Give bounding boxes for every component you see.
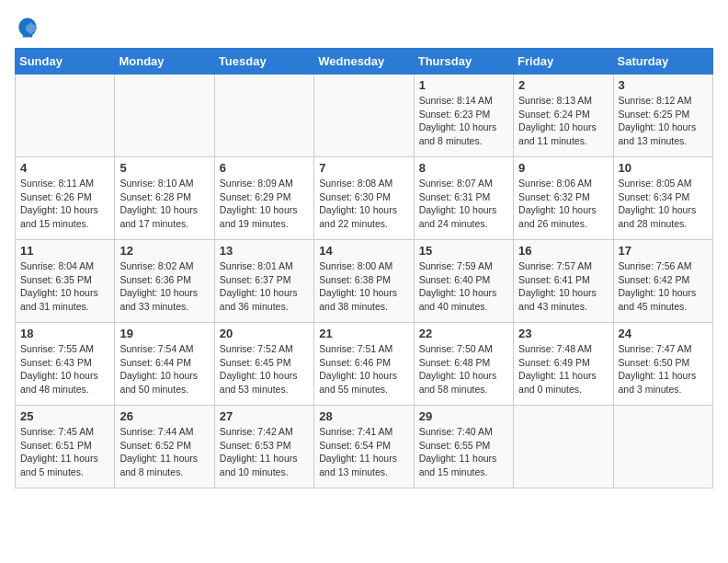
calendar-cell: 11Sunrise: 8:04 AMSunset: 6:35 PMDayligh… xyxy=(16,240,115,323)
day-number: 6 xyxy=(220,161,309,175)
calendar-cell: 28Sunrise: 7:41 AMSunset: 6:54 PMDayligh… xyxy=(314,406,414,488)
week-row-4: 18Sunrise: 7:55 AMSunset: 6:43 PMDayligh… xyxy=(16,323,713,406)
day-info: Sunrise: 8:14 AMSunset: 6:23 PMDaylight:… xyxy=(419,94,508,148)
calendar-cell: 6Sunrise: 8:09 AMSunset: 6:29 PMDaylight… xyxy=(214,157,313,240)
calendar-cell: 23Sunrise: 7:48 AMSunset: 6:49 PMDayligh… xyxy=(514,323,613,406)
day-number: 15 xyxy=(419,244,508,258)
calendar-cell xyxy=(314,75,414,157)
header-day-wednesday: Wednesday xyxy=(314,49,414,75)
day-number: 28 xyxy=(319,409,408,423)
calendar-cell: 19Sunrise: 7:54 AMSunset: 6:44 PMDayligh… xyxy=(115,323,214,406)
day-info: Sunrise: 8:05 AMSunset: 6:34 PMDaylight:… xyxy=(619,177,708,231)
day-info: Sunrise: 7:59 AMSunset: 6:40 PMDaylight:… xyxy=(419,259,508,314)
day-number: 16 xyxy=(518,244,608,258)
calendar-cell: 5Sunrise: 8:10 AMSunset: 6:28 PMDaylight… xyxy=(115,157,214,240)
day-number: 19 xyxy=(119,327,209,340)
header-day-sunday: Sunday xyxy=(16,49,115,75)
calendar-cell: 16Sunrise: 7:57 AMSunset: 6:41 PMDayligh… xyxy=(514,240,613,323)
calendar-cell: 27Sunrise: 7:42 AMSunset: 6:53 PMDayligh… xyxy=(214,406,313,488)
day-number: 13 xyxy=(220,244,309,258)
day-info: Sunrise: 8:10 AMSunset: 6:28 PMDaylight:… xyxy=(119,177,209,231)
header-day-saturday: Saturday xyxy=(613,49,712,75)
calendar-cell: 13Sunrise: 8:01 AMSunset: 6:37 PMDayligh… xyxy=(214,240,313,323)
day-info: Sunrise: 7:55 AMSunset: 6:43 PMDaylight:… xyxy=(20,342,109,396)
day-number: 17 xyxy=(619,244,708,258)
calendar-cell xyxy=(613,406,712,488)
day-info: Sunrise: 8:00 AMSunset: 6:38 PMDaylight:… xyxy=(319,259,408,314)
day-number: 29 xyxy=(419,409,508,423)
day-number: 20 xyxy=(220,327,309,340)
day-info: Sunrise: 7:48 AMSunset: 6:49 PMDaylight:… xyxy=(518,342,608,396)
day-info: Sunrise: 7:45 AMSunset: 6:51 PMDaylight:… xyxy=(20,425,109,479)
day-number: 14 xyxy=(319,244,408,258)
header-day-thursday: Thursday xyxy=(414,49,513,75)
day-info: Sunrise: 8:09 AMSunset: 6:29 PMDaylight:… xyxy=(220,177,309,231)
calendar-cell: 12Sunrise: 8:02 AMSunset: 6:36 PMDayligh… xyxy=(115,240,214,323)
header-day-tuesday: Tuesday xyxy=(214,49,313,75)
day-info: Sunrise: 7:47 AMSunset: 6:50 PMDaylight:… xyxy=(619,342,708,396)
calendar-cell: 8Sunrise: 8:07 AMSunset: 6:31 PMDaylight… xyxy=(414,157,513,240)
day-number: 12 xyxy=(119,244,209,258)
day-info: Sunrise: 7:50 AMSunset: 6:48 PMDaylight:… xyxy=(419,342,508,396)
calendar-cell: 15Sunrise: 7:59 AMSunset: 6:40 PMDayligh… xyxy=(414,240,513,323)
day-info: Sunrise: 7:40 AMSunset: 6:55 PMDaylight:… xyxy=(419,425,508,479)
calendar-table: SundayMondayTuesdayWednesdayThursdayFrid… xyxy=(15,48,713,488)
day-number: 1 xyxy=(419,78,508,92)
calendar-cell: 4Sunrise: 8:11 AMSunset: 6:26 PMDaylight… xyxy=(16,157,115,240)
calendar-cell xyxy=(16,75,115,157)
day-number: 10 xyxy=(619,161,708,175)
calendar-cell xyxy=(514,406,613,488)
day-number: 2 xyxy=(518,78,608,92)
day-info: Sunrise: 7:52 AMSunset: 6:45 PMDaylight:… xyxy=(220,342,309,396)
day-number: 8 xyxy=(419,161,508,175)
day-info: Sunrise: 7:41 AMSunset: 6:54 PMDaylight:… xyxy=(319,425,408,479)
day-number: 24 xyxy=(619,327,708,340)
week-row-3: 11Sunrise: 8:04 AMSunset: 6:35 PMDayligh… xyxy=(16,240,713,323)
calendar-cell: 25Sunrise: 7:45 AMSunset: 6:51 PMDayligh… xyxy=(16,406,115,488)
day-info: Sunrise: 7:42 AMSunset: 6:53 PMDaylight:… xyxy=(220,425,309,479)
day-number: 26 xyxy=(119,409,209,423)
calendar-cell: 24Sunrise: 7:47 AMSunset: 6:50 PMDayligh… xyxy=(613,323,712,406)
day-number: 7 xyxy=(319,161,408,175)
day-number: 3 xyxy=(619,78,708,92)
day-info: Sunrise: 8:08 AMSunset: 6:30 PMDaylight:… xyxy=(319,177,408,231)
day-number: 25 xyxy=(20,409,109,423)
day-number: 23 xyxy=(518,327,608,340)
day-info: Sunrise: 8:11 AMSunset: 6:26 PMDaylight:… xyxy=(20,177,109,231)
header xyxy=(15,15,713,40)
day-info: Sunrise: 7:54 AMSunset: 6:44 PMDaylight:… xyxy=(119,342,209,396)
calendar-cell xyxy=(115,75,214,157)
day-info: Sunrise: 8:01 AMSunset: 6:37 PMDaylight:… xyxy=(220,259,309,314)
calendar-cell: 3Sunrise: 8:12 AMSunset: 6:25 PMDaylight… xyxy=(613,75,712,157)
day-number: 18 xyxy=(20,327,109,340)
day-info: Sunrise: 7:51 AMSunset: 6:46 PMDaylight:… xyxy=(319,342,408,396)
day-info: Sunrise: 8:12 AMSunset: 6:25 PMDaylight:… xyxy=(619,94,708,148)
header-day-monday: Monday xyxy=(115,49,214,75)
calendar-cell xyxy=(214,75,313,157)
day-info: Sunrise: 8:02 AMSunset: 6:36 PMDaylight:… xyxy=(119,259,209,314)
week-row-1: 1Sunrise: 8:14 AMSunset: 6:23 PMDaylight… xyxy=(16,75,713,157)
day-info: Sunrise: 8:04 AMSunset: 6:35 PMDaylight:… xyxy=(20,259,109,314)
day-info: Sunrise: 7:56 AMSunset: 6:42 PMDaylight:… xyxy=(619,259,708,314)
day-number: 11 xyxy=(20,244,109,258)
day-info: Sunrise: 7:44 AMSunset: 6:52 PMDaylight:… xyxy=(119,425,209,479)
calendar-cell: 20Sunrise: 7:52 AMSunset: 6:45 PMDayligh… xyxy=(214,323,313,406)
calendar-cell: 26Sunrise: 7:44 AMSunset: 6:52 PMDayligh… xyxy=(115,406,214,488)
week-row-2: 4Sunrise: 8:11 AMSunset: 6:26 PMDaylight… xyxy=(16,157,713,240)
calendar-cell: 17Sunrise: 7:56 AMSunset: 6:42 PMDayligh… xyxy=(613,240,712,323)
day-number: 4 xyxy=(20,161,109,175)
day-number: 9 xyxy=(518,161,608,175)
day-number: 21 xyxy=(319,327,408,340)
calendar-cell: 10Sunrise: 8:05 AMSunset: 6:34 PMDayligh… xyxy=(613,157,712,240)
calendar-cell: 29Sunrise: 7:40 AMSunset: 6:55 PMDayligh… xyxy=(414,406,513,488)
calendar-cell: 7Sunrise: 8:08 AMSunset: 6:30 PMDaylight… xyxy=(314,157,414,240)
day-info: Sunrise: 8:07 AMSunset: 6:31 PMDaylight:… xyxy=(419,177,508,231)
calendar-cell: 14Sunrise: 8:00 AMSunset: 6:38 PMDayligh… xyxy=(314,240,414,323)
calendar-cell: 21Sunrise: 7:51 AMSunset: 6:46 PMDayligh… xyxy=(314,323,414,406)
calendar-cell: 9Sunrise: 8:06 AMSunset: 6:32 PMDaylight… xyxy=(514,157,613,240)
day-info: Sunrise: 7:57 AMSunset: 6:41 PMDaylight:… xyxy=(518,259,608,314)
calendar-cell: 1Sunrise: 8:14 AMSunset: 6:23 PMDaylight… xyxy=(414,75,513,157)
calendar-cell: 2Sunrise: 8:13 AMSunset: 6:24 PMDaylight… xyxy=(514,75,613,157)
day-number: 22 xyxy=(419,327,508,340)
calendar-cell: 22Sunrise: 7:50 AMSunset: 6:48 PMDayligh… xyxy=(414,323,513,406)
